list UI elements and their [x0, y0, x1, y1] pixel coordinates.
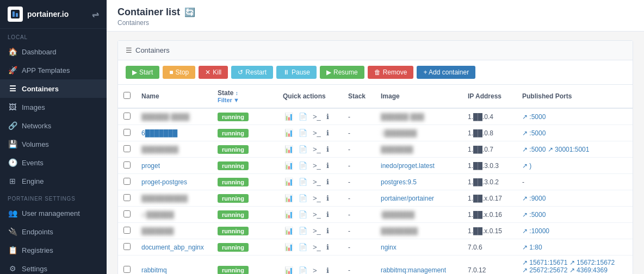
container-name-blurred: ███████ [141, 227, 174, 235]
port-link[interactable]: ↗ 15672:15672 [569, 259, 615, 266]
row-checkbox[interactable] [123, 194, 131, 201]
port-link[interactable]: ↗ ) [522, 162, 531, 170]
inspect-button[interactable]: ℹ [325, 210, 331, 219]
sidebar-item-engine[interactable]: ⊞ Engine [0, 172, 107, 190]
inspect-button[interactable]: ℹ [325, 112, 331, 121]
sidebar-item-images[interactable]: 🖼 Images [0, 98, 107, 116]
sidebar-item-app-templates[interactable]: 🚀 APP Templates [0, 61, 107, 79]
console-button[interactable]: >_ [311, 266, 323, 275]
row-quick-actions: 📊 📄 >_ ℹ [277, 125, 343, 141]
port-link[interactable]: ↗ 25672:25672 [522, 266, 567, 274]
stats-button[interactable]: 📊 [283, 177, 295, 186]
row-checkbox[interactable] [123, 227, 131, 234]
logs-button[interactable]: 📄 [297, 210, 309, 219]
image-name-link[interactable]: nginx [381, 244, 397, 251]
pause-button[interactable]: ⏸ Pause [276, 66, 317, 79]
port-link[interactable]: ↗ :5000 [522, 211, 546, 219]
inspect-button[interactable]: ℹ [325, 161, 331, 170]
stats-button[interactable]: 📊 [283, 242, 295, 252]
restart-button[interactable]: ↺ Restart [231, 66, 273, 79]
logs-button[interactable]: 📄 [297, 242, 309, 252]
port-link[interactable]: ↗ :5000 [522, 146, 546, 153]
container-name-link[interactable]: document_abp_nginx [141, 244, 204, 251]
logs-button[interactable]: 📄 [297, 194, 309, 203]
inspect-button[interactable]: ℹ [325, 226, 331, 235]
console-button[interactable]: >_ [311, 145, 323, 154]
stats-button[interactable]: 📊 [283, 226, 295, 235]
sidebar-item-containers[interactable]: ☰ Containers [0, 79, 107, 98]
image-name-link[interactable]: inedo/proget.latest [381, 162, 435, 170]
sidebar-item-events[interactable]: 🕐 Events [0, 153, 107, 172]
container-name-link[interactable]: rabbitmq [141, 266, 167, 274]
logs-button[interactable]: 📄 [297, 145, 309, 154]
port-link[interactable]: ↗ 15671:15671 [522, 259, 567, 266]
inspect-button[interactable]: ℹ [325, 128, 331, 138]
row-checkbox[interactable] [123, 145, 131, 152]
container-name-link[interactable]: 6███████ [141, 129, 177, 137]
inspect-button[interactable]: ℹ [325, 266, 331, 275]
inspect-button[interactable]: ℹ [325, 242, 331, 252]
logs-button[interactable]: 📄 [297, 226, 309, 235]
console-button[interactable]: >_ [311, 242, 323, 252]
refresh-icon[interactable]: 🔄 [184, 7, 195, 17]
sidebar-item-dashboard[interactable]: 🏠 Dashboard [0, 42, 107, 61]
console-button[interactable]: >_ [311, 177, 323, 186]
sidebar-item-user-management[interactable]: 👥 User management [0, 204, 107, 222]
console-button[interactable]: >_ [311, 194, 323, 203]
stats-button[interactable]: 📊 [283, 266, 295, 275]
port-link[interactable]: ↗ :10000 [522, 227, 549, 235]
row-checkbox[interactable] [123, 243, 131, 250]
row-checkbox[interactable] [123, 210, 131, 217]
inspect-button[interactable]: ℹ [325, 177, 331, 186]
logs-button[interactable]: 📄 [297, 112, 309, 121]
console-button[interactable]: >_ [311, 128, 323, 138]
image-name-link[interactable]: portainer/portainer [381, 195, 434, 202]
console-button[interactable]: >_ [311, 161, 323, 170]
stats-button[interactable]: 📊 [283, 145, 295, 154]
add-container-button[interactable]: + Add container [417, 66, 475, 79]
stats-button[interactable]: 📊 [283, 128, 295, 138]
logs-button[interactable]: 📄 [297, 161, 309, 170]
stats-button[interactable]: 📊 [283, 194, 295, 203]
console-button[interactable]: >_ [311, 112, 323, 121]
stats-button[interactable]: 📊 [283, 161, 295, 170]
kill-button[interactable]: ✕ Kill [199, 66, 228, 79]
row-checkbox[interactable] [123, 178, 131, 185]
stats-button[interactable]: 📊 [283, 210, 295, 219]
image-name-link[interactable]: rabbitmq:management [381, 266, 446, 274]
logs-button[interactable]: 📄 [297, 266, 309, 275]
container-name-link[interactable]: proget-postgres [141, 178, 187, 186]
inspect-button[interactable]: ℹ [325, 194, 331, 203]
row-checkbox[interactable] [123, 113, 131, 120]
row-checkbox[interactable] [123, 266, 131, 273]
logs-button[interactable]: 📄 [297, 177, 309, 186]
container-name-link[interactable]: proget [141, 162, 160, 170]
image-name-link[interactable]: postgres:9.5 [381, 178, 417, 186]
stats-button[interactable]: 📊 [283, 112, 295, 121]
start-button[interactable]: ▶ Start [126, 66, 159, 79]
sidebar-item-volumes[interactable]: 💾 Volumes [0, 135, 107, 153]
remove-button[interactable]: 🗑 Remove [368, 66, 414, 79]
sidebar-item-endpoints[interactable]: 🔌 Endpoints [0, 222, 107, 241]
row-checkbox[interactable] [123, 161, 131, 169]
sidebar-item-registries[interactable]: 📋 Registries [0, 241, 107, 259]
sidebar-item-networks[interactable]: 🔗 Networks [0, 116, 107, 135]
select-all-checkbox[interactable] [123, 92, 131, 99]
console-button[interactable]: >_ [311, 226, 323, 235]
state-filter-link[interactable]: Filter ▼ [218, 97, 272, 103]
resume-button[interactable]: ▶ Resume [320, 66, 364, 79]
sidebar-item-settings[interactable]: ⚙ Settings [0, 259, 107, 274]
sort-icon[interactable]: ↕ [236, 90, 238, 96]
port-link[interactable]: ↗ 1:80 [522, 244, 542, 251]
port-link[interactable]: ↗ 30001:5001 [548, 146, 590, 153]
console-button[interactable]: >_ [311, 210, 323, 219]
stop-button[interactable]: ■ Stop [163, 66, 195, 79]
inspect-button[interactable]: ℹ [325, 145, 331, 154]
logs-button[interactable]: 📄 [297, 128, 309, 138]
port-link[interactable]: ↗ 4369:4369 [569, 266, 608, 274]
state-badge: running [218, 194, 249, 203]
port-link[interactable]: ↗ :9000 [522, 195, 546, 202]
port-link[interactable]: ↗ :5000 [522, 129, 546, 137]
row-checkbox[interactable] [123, 129, 131, 136]
port-link[interactable]: ↗ :5000 [522, 113, 546, 121]
